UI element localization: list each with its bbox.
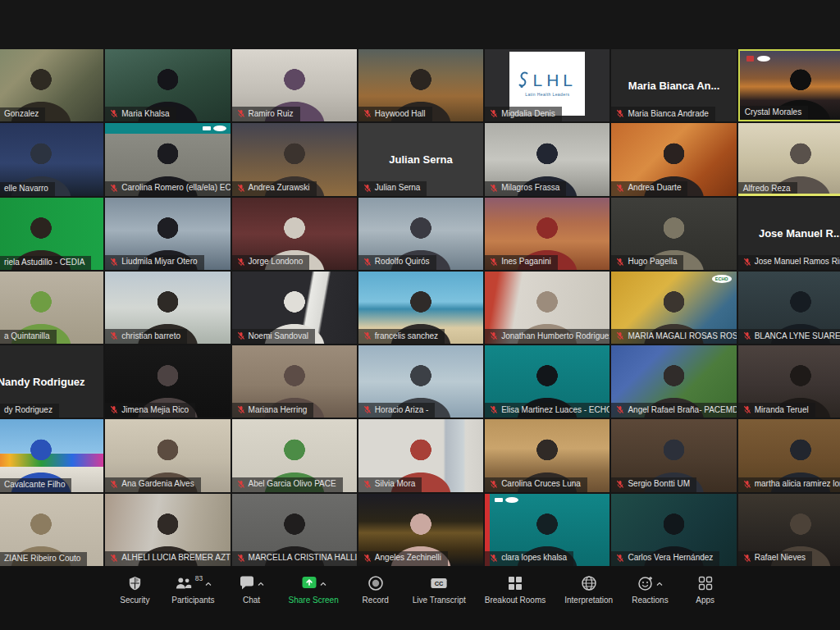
shield-icon [127, 575, 143, 591]
mic-muted-icon [363, 258, 372, 267]
mic-muted-icon [616, 184, 624, 193]
mic-muted-icon [490, 109, 498, 118]
toolbar-button-interpretation[interactable]: Interpretation [564, 575, 613, 605]
participant-tile[interactable]: Silvia Mora [358, 419, 483, 491]
participant-tile[interactable]: Jorge Londono [232, 198, 357, 270]
participant-name: Liudmila Miyar Otero [121, 258, 197, 266]
mic-muted-icon [237, 405, 245, 414]
participant-name-label: clara lopes khalsa [485, 551, 573, 566]
participant-tile[interactable]: riela Astudillo - CEDIA [0, 198, 103, 270]
participant-name: Miranda Teruel [755, 406, 809, 414]
participant-tile[interactable]: Crystal Morales [738, 49, 840, 121]
participant-tile[interactable]: Maria Bianca An... Maria Bianca Andrade [611, 49, 736, 121]
toolbar-button-breakout-rooms[interactable]: Breakout Rooms [485, 575, 546, 605]
participant-tile[interactable]: Gonzalez [0, 49, 103, 121]
participant-name-label: a Quintanilla [0, 330, 57, 344]
participant-tile[interactable]: Andrea Duarte [611, 123, 736, 195]
health-logo-icon [203, 126, 211, 130]
participant-tile[interactable]: Angel Rafael Braña- PACEMD, Mexico... [611, 345, 736, 418]
participant-tile[interactable]: Angeles Zechinelli [358, 494, 483, 566]
toolbar-button-participants[interactable]: 83 Participants [171, 575, 214, 605]
toolbar-icon-row: CC [430, 575, 448, 591]
participant-tile[interactable]: Andrea Zurawski [232, 123, 357, 195]
toolbar-icon-row [127, 575, 143, 591]
participant-tile[interactable]: Rodolfo Quirós [358, 198, 483, 270]
participant-name: Maria Khalsa [121, 110, 169, 118]
participant-name-label: Migdalia Denis [485, 107, 562, 121]
participant-tile[interactable]: Julian Serna Julian Serna [358, 123, 483, 195]
mic-muted-icon [237, 109, 245, 118]
participant-name-label: Horacio Ariza - [358, 403, 436, 418]
participant-tile[interactable]: Hugo Pagella [611, 198, 736, 270]
participant-tile[interactable]: clara lopes khalsa [485, 494, 609, 566]
participant-tile[interactable]: MARCELLA CRISTINA HALLIDAY MUNIZ [232, 494, 357, 566]
participant-tile[interactable]: Ramiro Ruiz [232, 49, 357, 121]
toolbar-chevron[interactable] [320, 575, 326, 590]
participant-tile[interactable]: Carolina Romero (ella/ela) ECHO - U... [105, 123, 230, 195]
toolbar-chevron[interactable] [258, 575, 264, 590]
participant-tile[interactable]: LHLLatin Health Leaders Migdalia Denis [485, 49, 609, 121]
participant-tile[interactable]: Noemi Sandoval [232, 272, 357, 344]
toolbar-button-live-transcript[interactable]: CC Live Transcript [413, 575, 466, 605]
participant-tile[interactable]: Jimena Mejia Rico [105, 345, 230, 418]
toolbar-icon-row [697, 575, 714, 591]
participant-name-label: Hugo Pagella [611, 255, 683, 270]
participant-name: martha alicia ramirez lona [755, 480, 840, 488]
participant-tile[interactable]: Ana Gardenia Alves [105, 419, 230, 491]
participant-tile[interactable]: Horacio Ariza - [358, 345, 483, 418]
participant-name: Carlos Vera Hernández [628, 554, 713, 562]
participant-tile[interactable]: Cavalcante Filho [0, 419, 103, 491]
participant-tile[interactable]: elle Navarro [0, 123, 103, 195]
participant-name: BLANCA LYNE SUAREZ GE [755, 332, 840, 340]
participant-tile[interactable]: martha alicia ramirez lona [738, 419, 840, 491]
participant-tile[interactable]: Milagros Frassa [485, 123, 609, 195]
toolbar-button-security[interactable]: Security [116, 575, 153, 605]
participant-tile[interactable]: Carolina Cruces Luna [485, 419, 609, 491]
participant-tile[interactable]: Alfredo Reza [738, 123, 840, 195]
participant-tile[interactable]: ECHO MARIA MAGALI ROSAS ROSALES [611, 272, 736, 344]
participant-tile[interactable]: Nandy Rodriguez dy Rodriguez [0, 345, 103, 418]
participant-tile[interactable]: Rafael Nieves [738, 494, 840, 566]
toolbar-button-apps[interactable]: Apps [687, 575, 724, 605]
participant-tile[interactable]: Jose Manuel R... Jose Manuel Ramos Rincó… [738, 198, 840, 270]
lhl-logo-text: LHL [533, 71, 578, 90]
toolbar-button-reactions[interactable]: Reactions [632, 575, 668, 605]
chevron-up-icon [656, 582, 663, 587]
mic-muted-icon [490, 480, 498, 489]
participant-tile[interactable]: Miranda Teruel [738, 345, 840, 418]
participant-name: Alfredo Reza [743, 185, 791, 193]
participant-name: MARIA MAGALI ROSAS ROSALES [628, 332, 736, 340]
mic-muted-icon [616, 554, 624, 563]
toolbar-button-record[interactable]: Record [358, 575, 394, 605]
participant-tile[interactable]: Sergio Bontti UM [611, 419, 736, 491]
participant-name-label: MARIA MAGALI ROSAS ROSALES [611, 329, 736, 344]
participant-tile[interactable]: a Quintanilla [0, 272, 103, 344]
participant-tile[interactable]: Haywood Hall [358, 49, 483, 121]
participant-tile[interactable]: ALHELI LUCIA BREMER AZTUDILLO [105, 494, 230, 566]
toolbar-chevron[interactable] [656, 575, 663, 590]
participant-name: christian barreto [121, 332, 180, 340]
participant-tile[interactable]: christian barreto [105, 272, 230, 344]
participant-tile[interactable]: Elisa Martinez Luaces - ECHO UDELAR [485, 345, 609, 418]
participant-tile[interactable]: Maria Khalsa [105, 49, 230, 121]
mic-muted-icon [363, 184, 372, 193]
participant-tile[interactable]: francelis sanchez [358, 272, 483, 344]
participant-name-label: Rafael Nieves [738, 551, 812, 566]
participant-name-label: Carlos Vera Hernández [611, 551, 719, 566]
participant-tile[interactable]: ZIANE Ribeiro Couto [0, 494, 103, 566]
participant-tile[interactable]: Jonathan Humberto Rodriguez Salazar [485, 272, 609, 344]
mic-muted-icon [616, 480, 624, 489]
participant-name: a Quintanilla [4, 332, 50, 340]
participant-tile[interactable]: Carlos Vera Hernández [611, 494, 736, 566]
toolbar-chevron[interactable] [205, 575, 212, 590]
participant-name: MARCELLA CRISTINA HALLIDAY MUNIZ [249, 554, 357, 562]
participant-tile[interactable]: BLANCA LYNE SUAREZ GE [738, 272, 840, 344]
participant-tile[interactable]: Abel Garcia Olivo PACE [232, 419, 357, 491]
toolbar-button-label: Security [120, 596, 149, 605]
participant-tile[interactable]: Ines Paganini [485, 198, 609, 270]
participant-tile[interactable]: Mariana Herring [232, 345, 357, 418]
participant-name-label: Mariana Herring [232, 403, 314, 418]
toolbar-button-share-screen[interactable]: Share Screen [289, 575, 339, 605]
participant-tile[interactable]: Liudmila Miyar Otero [105, 198, 230, 270]
toolbar-button-chat[interactable]: Chat [234, 575, 270, 605]
